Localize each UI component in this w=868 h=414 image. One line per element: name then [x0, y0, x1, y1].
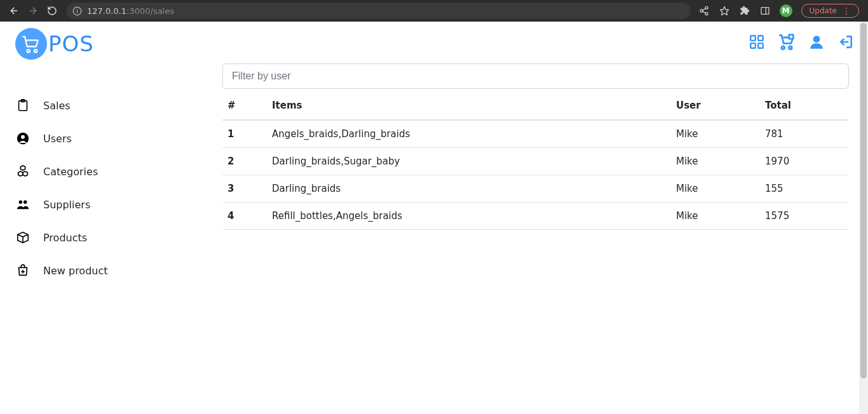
address-bar[interactable]: 127.0.0.1:3000/sales — [66, 3, 691, 19]
svg-rect-26 — [750, 43, 756, 48]
update-label: Update — [810, 6, 837, 15]
svg-line-9 — [702, 11, 705, 13]
table-row[interactable]: 2 Darling_braids,Sugar_baby Mike 1970 — [222, 148, 849, 175]
svg-rect-27 — [758, 43, 763, 48]
sidebar-item-categories[interactable]: Categories — [15, 164, 222, 179]
svg-point-31 — [813, 36, 820, 43]
cell-total: 155 — [760, 175, 849, 203]
profile-avatar[interactable]: M — [780, 4, 792, 17]
sales-table: # Items User Total 1 Angels_braids,Darli… — [222, 91, 849, 230]
sidebar-item-products[interactable]: Products — [15, 230, 222, 245]
avatar-letter: M — [782, 6, 790, 15]
svg-point-4 — [77, 9, 78, 10]
cell-user: Mike — [671, 203, 760, 230]
logo-icon — [15, 28, 47, 60]
svg-rect-24 — [750, 36, 756, 41]
cell-idx: 2 — [222, 148, 267, 175]
col-header-idx: # — [222, 91, 267, 120]
cell-items: Refill_bottles,Angels_braids — [267, 203, 671, 230]
cell-items: Darling_braids,Sugar_baby — [267, 148, 671, 175]
svg-rect-11 — [761, 8, 769, 15]
cell-user: Mike — [671, 120, 760, 148]
sidebar-item-label: Categories — [43, 166, 98, 178]
sidebar-item-new-product[interactable]: New product — [15, 263, 222, 278]
scrollbar-thumb[interactable] — [860, 23, 867, 378]
cell-idx: 4 — [222, 203, 267, 230]
update-button[interactable]: Update ⋮ — [801, 4, 859, 18]
content-area: # Items User Total 1 Angels_braids,Darli… — [222, 22, 863, 230]
sidebar-item-label: Products — [43, 232, 87, 244]
user-circle-icon — [15, 131, 31, 146]
cell-total: 1970 — [760, 148, 849, 175]
browser-nav — [5, 4, 58, 17]
svg-point-13 — [27, 50, 30, 53]
table-row[interactable]: 1 Angels_braids,Darling_braids Mike 781 — [222, 120, 849, 148]
cell-idx: 1 — [222, 120, 267, 148]
user-icon[interactable] — [808, 34, 825, 50]
url-display: 127.0.0.1:3000/sales — [87, 6, 174, 16]
cell-items: Angels_braids,Darling_braids — [267, 120, 671, 148]
col-header-user: User — [671, 91, 760, 120]
reload-button[interactable] — [46, 4, 58, 17]
brand[interactable]: POS — [15, 28, 222, 60]
menu-dots-icon: ⋮ — [842, 9, 851, 13]
top-actions — [749, 33, 854, 51]
svg-marker-10 — [720, 6, 728, 15]
bag-plus-icon — [15, 263, 31, 278]
site-info-icon[interactable] — [72, 6, 82, 16]
table-row[interactable]: 3 Darling_braids Mike 155 — [222, 175, 849, 203]
people-icon — [15, 197, 31, 212]
panel-icon[interactable] — [759, 5, 771, 17]
sidebar-nav: Sales Users Categories Suppliers — [15, 98, 222, 278]
svg-point-20 — [24, 201, 27, 204]
table-row[interactable]: 4 Refill_bottles,Angels_braids Mike 1575 — [222, 203, 849, 230]
cell-user: Mike — [671, 148, 760, 175]
extensions-icon[interactable] — [739, 5, 750, 17]
box-icon — [15, 230, 31, 245]
svg-point-18 — [21, 135, 25, 139]
share-icon[interactable] — [698, 5, 710, 17]
main-column: # Items User Total 1 Angels_braids,Darli… — [222, 22, 868, 414]
cell-items: Darling_braids — [267, 175, 671, 203]
table-header-row: # Items User Total — [222, 91, 849, 120]
scrollbar[interactable] — [859, 22, 868, 414]
dashboard-grid-icon[interactable] — [749, 34, 765, 50]
svg-line-8 — [702, 8, 705, 10]
browser-chrome: 127.0.0.1:3000/sales M Update ⋮ — [0, 0, 868, 22]
brand-name: POS — [48, 31, 94, 57]
clipboard-icon — [15, 98, 31, 113]
browser-actions: M Update ⋮ — [698, 4, 863, 18]
col-header-total: Total — [760, 91, 849, 120]
col-header-items: Items — [267, 91, 671, 120]
sidebar-item-label: Users — [43, 133, 72, 145]
sidebar-item-sales[interactable]: Sales — [15, 98, 222, 113]
sidebar-item-label: Suppliers — [43, 199, 90, 211]
left-column: POS Sales Users Categories — [0, 22, 222, 414]
bookmark-star-icon[interactable] — [719, 5, 730, 17]
url-host: 127.0.0.1 — [87, 6, 126, 16]
cell-user: Mike — [671, 175, 760, 203]
svg-point-19 — [19, 201, 22, 204]
cell-total: 1575 — [760, 203, 849, 230]
forward-button[interactable] — [27, 4, 39, 17]
logout-icon[interactable] — [837, 34, 854, 50]
cell-idx: 3 — [222, 175, 267, 203]
url-path: :3000/sales — [126, 6, 174, 16]
sidebar-item-label: New product — [43, 265, 108, 277]
cell-total: 781 — [760, 120, 849, 148]
boxes-icon — [15, 164, 31, 179]
cart-plus-icon[interactable] — [778, 33, 796, 51]
sidebar-item-suppliers[interactable]: Suppliers — [15, 197, 222, 212]
svg-point-14 — [34, 50, 37, 53]
filter-input[interactable] — [222, 63, 849, 89]
sidebar-item-label: Sales — [43, 100, 71, 112]
sidebar-item-users[interactable]: Users — [15, 131, 222, 146]
back-button[interactable] — [8, 4, 20, 17]
svg-rect-25 — [758, 36, 763, 41]
